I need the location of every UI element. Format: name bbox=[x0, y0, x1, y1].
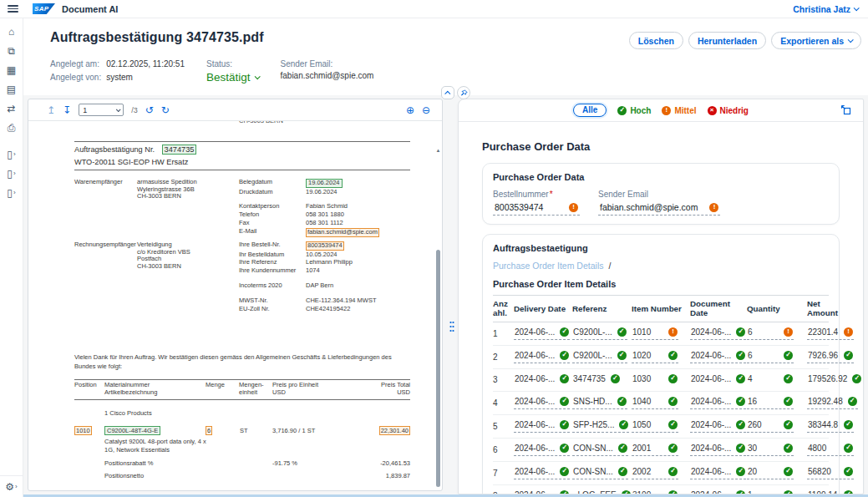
scrollbar-thumb[interactable] bbox=[436, 250, 440, 487]
bestellnummer-field-value[interactable]: 8003539474! bbox=[493, 202, 580, 216]
filter-niedrig-chip[interactable]: ×Niedrig bbox=[708, 106, 749, 115]
order-title: Auftragsbestätigung Nr. 3474735 bbox=[74, 145, 410, 155]
rotate-left-icon[interactable]: ↺ bbox=[145, 105, 154, 115]
warning-circle-icon: ! bbox=[844, 327, 853, 337]
field-value[interactable]: 2024-06-...✓ bbox=[690, 467, 746, 479]
home-icon[interactable]: ⌂ bbox=[8, 27, 14, 37]
scroll-up-icon[interactable]: ▲ bbox=[435, 148, 441, 153]
field-value[interactable]: 6✓ bbox=[747, 351, 794, 363]
field-highlight[interactable]: fabian.schmid@spie.com bbox=[306, 228, 379, 237]
menu-icon[interactable] bbox=[8, 5, 18, 13]
field-value[interactable]: 2024-06-...✓ bbox=[514, 420, 570, 433]
field-value[interactable]: 2024-06-...✓ bbox=[514, 467, 570, 479]
expand-panel-button[interactable] bbox=[840, 104, 851, 115]
field-value[interactable]: 7926.96✓ bbox=[807, 351, 854, 363]
info-row: E-Mailfabian.schmid@spie.com bbox=[239, 228, 410, 237]
order-number-highlight[interactable]: 3474735 bbox=[162, 145, 197, 155]
quantity-highlight[interactable]: 6 bbox=[206, 426, 212, 435]
check-circle-icon: ✓ bbox=[560, 374, 569, 383]
field-value[interactable]: 2024-06-...✓ bbox=[514, 444, 570, 456]
field-value[interactable]: 1030✓ bbox=[632, 374, 678, 386]
download-button[interactable]: Herunterladen bbox=[688, 32, 766, 49]
field-value[interactable]: 1050✓ bbox=[632, 420, 678, 433]
user-menu[interactable]: Christina Jatz bbox=[793, 4, 858, 14]
field-value[interactable]: C9200L-...✓ bbox=[572, 327, 627, 340]
field-value[interactable]: CON-SN...✓ bbox=[572, 467, 628, 479]
chevron-right-icon: › bbox=[15, 484, 18, 490]
page-next-icon[interactable]: ↧ bbox=[63, 105, 71, 115]
field-value[interactable]: 2024-06-...✓ bbox=[690, 444, 746, 456]
field-value[interactable]: 260✓ bbox=[747, 420, 794, 433]
field-value[interactable]: 2024-06-...✓ bbox=[690, 351, 746, 363]
position-highlight[interactable]: 1010 bbox=[74, 426, 92, 435]
drag-grip-icon bbox=[449, 321, 454, 332]
field-value[interactable]: 6! bbox=[747, 327, 794, 340]
field-value[interactable]: 2024-06-...✓ bbox=[514, 397, 570, 409]
pdf-scrollbar[interactable]: ▲ bbox=[435, 145, 441, 489]
page-select[interactable]: 1 bbox=[79, 104, 124, 116]
filter-mittel-chip[interactable]: !Mittel bbox=[662, 106, 696, 115]
doc-section-3-icon[interactable]: ▯› bbox=[7, 188, 15, 198]
field-value[interactable]: SFP-H25...✓ bbox=[572, 420, 629, 433]
check-circle-icon: ✓ bbox=[560, 444, 569, 453]
delete-button[interactable]: Löschen bbox=[629, 32, 683, 49]
breadcrumb-link[interactable]: Purchase Order Item Details bbox=[493, 261, 603, 271]
field-value[interactable]: 16✓ bbox=[747, 397, 794, 409]
zoom-in-icon[interactable]: ⊕ bbox=[406, 105, 414, 115]
field-highlight[interactable]: 19.06.2024 bbox=[306, 179, 343, 188]
rotate-right-icon[interactable]: ↻ bbox=[161, 105, 170, 115]
objects-icon[interactable]: ▤ bbox=[7, 84, 16, 94]
info-row: Druckdatum19.06.2024 bbox=[239, 189, 410, 196]
field-value[interactable]: 2001✓ bbox=[632, 444, 678, 456]
field-value[interactable]: 2002✓ bbox=[632, 467, 678, 479]
field-value[interactable]: 2024-06-...✓ bbox=[690, 420, 746, 433]
check-circle-icon: ✓ bbox=[784, 444, 793, 453]
field-value[interactable]: C9200L-...✓ bbox=[572, 351, 627, 363]
field-value[interactable]: 179526.92✓ bbox=[807, 374, 862, 386]
field-value[interactable]: 2024-06-...✓ bbox=[514, 327, 570, 340]
status-select[interactable]: Bestätigt bbox=[206, 71, 259, 84]
field-value[interactable]: 2024-06-...✓ bbox=[690, 397, 746, 409]
collapse-panel-button[interactable] bbox=[441, 86, 454, 99]
total-highlight[interactable]: 22,301.40 bbox=[379, 426, 410, 435]
field-value[interactable]: 2024-06-...✓ bbox=[514, 374, 570, 386]
doc-section-1-icon[interactable]: ▯› bbox=[7, 150, 15, 160]
filter-hoch-chip[interactable]: ✓Hoch bbox=[617, 106, 651, 115]
zoom-out-icon[interactable]: ⊖ bbox=[422, 105, 430, 115]
export-button[interactable]: Exportieren als bbox=[771, 32, 861, 49]
bestellnummer-field-label: Bestellnummer* bbox=[493, 190, 580, 199]
material-highlight[interactable]: C9200L-48T-4G-E bbox=[104, 426, 160, 435]
field-value[interactable]: 1020✓ bbox=[632, 351, 678, 363]
field-value[interactable]: 20✓ bbox=[747, 467, 794, 479]
check-circle-icon: ✓ bbox=[560, 351, 569, 360]
field-value[interactable]: 2024-06-...✓ bbox=[690, 327, 746, 340]
field-value[interactable]: 2024-06-...✓ bbox=[514, 351, 570, 363]
field-highlight[interactable]: 8003539474 bbox=[306, 241, 344, 251]
settings-icon[interactable]: ⚙› bbox=[5, 482, 17, 492]
field-value[interactable]: 1010! bbox=[632, 327, 678, 340]
page-prev-icon[interactable]: ↥ bbox=[47, 105, 55, 115]
field-value[interactable]: 38344.8✓ bbox=[807, 420, 854, 433]
field-value[interactable]: CON-SN...✓ bbox=[572, 444, 628, 456]
field-value[interactable]: 19292.48✓ bbox=[807, 397, 858, 409]
field-value[interactable]: SNS-HD...✓ bbox=[572, 397, 627, 409]
field-value[interactable]: 3474735✓ bbox=[572, 374, 621, 386]
field-value[interactable]: 4800✓ bbox=[807, 444, 854, 456]
field-value[interactable]: 56820✓ bbox=[807, 467, 854, 479]
table-icon[interactable]: ▦ bbox=[7, 65, 16, 75]
field-value[interactable]: 1040✓ bbox=[632, 397, 678, 409]
field-value[interactable]: 30✓ bbox=[747, 444, 794, 456]
documents-icon[interactable]: ⧉ bbox=[8, 46, 15, 56]
filter-alle-chip[interactable]: Alle bbox=[573, 104, 607, 117]
field-value[interactable]: 22301.4! bbox=[807, 327, 854, 340]
splitter-handle[interactable] bbox=[448, 319, 456, 334]
sender-email-field-value[interactable]: fabian.schmid@spie.com! bbox=[598, 202, 720, 216]
pin-button[interactable] bbox=[457, 86, 470, 99]
field-value[interactable]: 2024-06-...✓ bbox=[690, 374, 746, 386]
transfer-icon[interactable]: ⇄ bbox=[7, 104, 15, 114]
warning-circle-icon: ! bbox=[668, 327, 678, 337]
doc-section-2-icon[interactable]: ▯› bbox=[7, 169, 15, 179]
sap-logo: SAP bbox=[33, 3, 55, 14]
print-icon[interactable]: ⎙ bbox=[8, 123, 16, 133]
field-value[interactable]: 4✓ bbox=[747, 374, 794, 386]
